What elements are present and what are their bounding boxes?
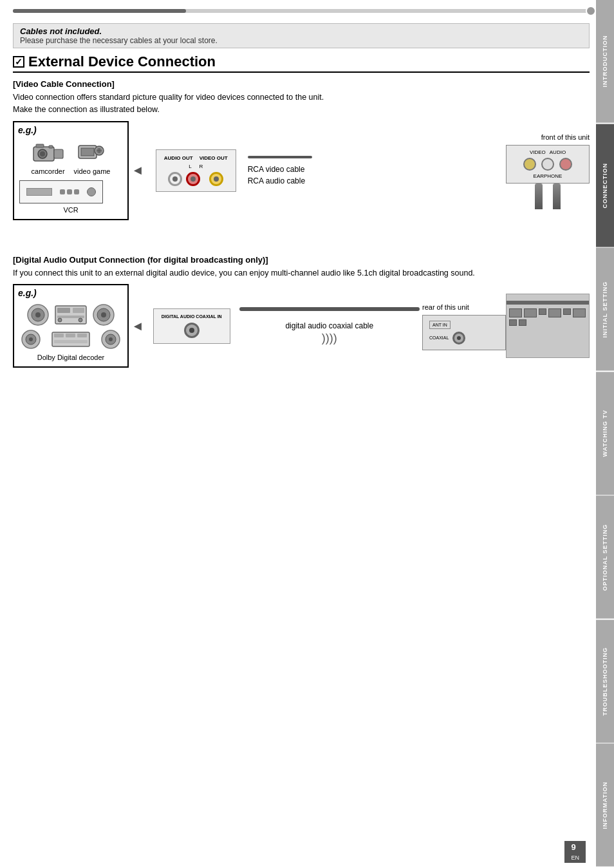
dolby-speakers-row2 (19, 329, 122, 350)
audio-label: AUDIO (550, 149, 566, 155)
sidebar-tab-information[interactable]: INFORMATION (596, 744, 614, 867)
tv-chip-7 (509, 319, 517, 326)
tv-board (506, 294, 590, 358)
front-unit: VIDEO AUDIO EARPHONE (506, 145, 590, 184)
vcr-row: VCR (19, 180, 122, 214)
eg-box-video: e.g.) camcorder (13, 121, 129, 220)
rca-audio-cable-row (248, 156, 503, 158)
camcorder-icon (32, 142, 64, 166)
rear-panel: ANT IN COAXIAL (422, 315, 506, 350)
progress-bar (13, 9, 591, 13)
sidebar-tab-introduction[interactable]: INTRODUCTION (596, 0, 614, 123)
sidebar-tab-connection[interactable]: CONNECTION (596, 124, 614, 247)
svg-point-14 (35, 312, 41, 317)
vcr-btn-1 (60, 189, 65, 194)
video-game-label: video game (74, 167, 111, 175)
video-cable-heading: [Video Cable Connection] (13, 79, 590, 89)
svg-point-20 (79, 318, 82, 322)
dolby-label: Dolby Digital decoder (19, 354, 122, 361)
sidebar-tab-initial-setting[interactable]: INITIAL SETTING (596, 248, 614, 371)
video-game-device: video game (74, 142, 111, 175)
coaxial-connector (184, 323, 200, 338)
digital-audio-body: If you connect this unit to an external … (13, 267, 590, 279)
front-unit-label: front of this unit (541, 133, 590, 141)
tv-chip-4 (548, 308, 561, 317)
svg-rect-1 (54, 149, 63, 158)
connector-labels: AUDIO OUT VIDEO OUT (164, 155, 228, 161)
progress-circle (586, 6, 596, 16)
rca-white-connector (168, 172, 182, 186)
video-out-label: VIDEO OUT (200, 155, 228, 161)
page-title: External Device Connection (28, 53, 216, 70)
coaxial-cable-section: digital audio coaxial cable )))) (239, 307, 420, 345)
sidebar-tab-watching-tv[interactable]: WATCHING TV (596, 372, 614, 495)
svg-point-34 (109, 337, 113, 341)
earphone-label: EARPHONE (513, 173, 582, 179)
tv-chip-8 (519, 319, 526, 326)
jack-plug-2 (553, 184, 561, 209)
page-number: 9 EN (564, 841, 586, 863)
svg-point-26 (29, 337, 33, 341)
speaker-br-icon (100, 329, 121, 350)
camcorder-device: camcorder (32, 142, 65, 175)
notice-box: Cables not included. Please purchase the… (13, 23, 590, 48)
center-unit-icon (51, 332, 90, 347)
sidebar-tab-optional-setting[interactable]: OPTIONAL SETTING (596, 496, 614, 619)
vcr-circle (87, 187, 96, 196)
camcorder-label: camcorder (32, 167, 65, 175)
digital-audio-diagram: e.g.) (13, 284, 590, 368)
front-ports (513, 158, 582, 171)
section-heading: External Device Connection (13, 53, 590, 73)
audio-video-connector-panel: AUDIO OUT VIDEO OUT L R (156, 149, 236, 192)
notice-body: Please purchase the necessary cables at … (20, 36, 582, 45)
sidebar-tab-troubleshooting[interactable]: TROUBLESHOOTING (596, 620, 614, 743)
coaxial-panel: DIGITAL AUDIO COAXIAL IN (153, 308, 230, 344)
progress-fill (13, 9, 186, 13)
jack-plug-1 (535, 184, 543, 209)
svg-rect-4 (36, 144, 44, 147)
vcr-slot (26, 188, 52, 196)
ant-in-box: ANT IN (429, 321, 451, 329)
rca-red-inner (191, 176, 196, 182)
rear-unit-container: rear of this unit ANT IN COAXIAL (422, 315, 506, 350)
rca-yellow (209, 172, 223, 186)
digital-audio-heading: [Digital Audio Output Connection (for di… (13, 255, 590, 265)
rca-audio-cable-label: RCA audio cable (248, 176, 503, 185)
tv-chip-6 (573, 308, 586, 317)
digital-audio-cable-label: digital audio coaxial cable (285, 321, 373, 330)
coaxial-label: COAXIAL (429, 335, 449, 340)
video-cable-body: Video connection offers standard picture… (13, 91, 590, 116)
eg-label-video: e.g.) (18, 125, 37, 135)
svg-rect-7 (81, 148, 94, 156)
connectors-row-video (164, 172, 228, 186)
front-unit-container: front of this unit VIDEO AUDIO EARPHONE (506, 145, 590, 209)
rca-red (186, 172, 200, 186)
rca-white-inner (172, 176, 178, 182)
cable-labels-area: RCA video cable RCA audio cable (248, 165, 503, 185)
svg-point-23 (101, 312, 106, 317)
svg-rect-31 (54, 340, 88, 343)
svg-point-19 (58, 318, 62, 322)
coaxial-inner (189, 328, 194, 333)
tv-board-components (507, 294, 589, 328)
rear-unit-label: rear of this unit (422, 303, 469, 311)
svg-rect-18 (57, 316, 84, 318)
connector-panel-video: AUDIO OUT VIDEO OUT L R (149, 149, 243, 192)
tv-chip-1 (509, 308, 522, 317)
digital-audio-section: [Digital Audio Output Connection (for di… (13, 255, 590, 368)
vcr-btn-3 (74, 189, 79, 194)
front-unit-top-labels: VIDEO AUDIO (513, 149, 582, 155)
rca-yellow-connector (209, 172, 223, 186)
audio-cable-line (248, 156, 312, 158)
eg-label-audio: e.g.) (18, 288, 37, 298)
main-content: Cables not included. Please purchase the… (13, 23, 590, 849)
notice-title: Cables not included. (20, 26, 582, 36)
arrow-left-audio: ◄ (131, 319, 144, 334)
vcr-box (19, 180, 103, 203)
port-audio-l (541, 158, 554, 171)
cable-curl: )))) (322, 332, 337, 345)
rca-video-cable-label: RCA video cable (248, 165, 503, 174)
svg-rect-5 (49, 146, 53, 148)
video-cable-diagram: e.g.) camcorder (13, 121, 590, 220)
jack-plugs (506, 184, 590, 209)
